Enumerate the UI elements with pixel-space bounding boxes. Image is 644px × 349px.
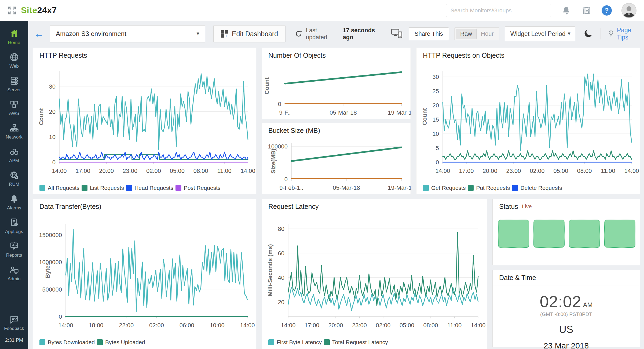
user-avatar[interactable] bbox=[621, 3, 636, 18]
sidebar-item-label: Server bbox=[7, 87, 21, 93]
monitor-group-dropdown[interactable]: Amazon S3 environment ▼ bbox=[50, 25, 205, 42]
live-badge: Live bbox=[522, 203, 532, 210]
chart-legend: First Byte LatencyTotal Request Latency bbox=[262, 336, 487, 349]
status-tile[interactable] bbox=[533, 220, 565, 248]
x-tick-label: 05:00 bbox=[553, 168, 568, 174]
network-icon bbox=[9, 123, 19, 133]
sidebar-item-server[interactable]: Server bbox=[0, 72, 28, 96]
x-tick-label: 14:00 bbox=[435, 168, 450, 174]
expand-icon[interactable] bbox=[8, 6, 17, 15]
legend-item[interactable]: Post Requests bbox=[175, 185, 221, 191]
legend-item[interactable]: Bytes Downloaded bbox=[39, 339, 95, 346]
x-tick-label: 14:00 bbox=[471, 322, 485, 329]
notifications-bell-icon[interactable] bbox=[561, 5, 572, 16]
x-tick-label: 02:00 bbox=[146, 168, 161, 174]
y-axis-title: Count bbox=[421, 108, 428, 125]
legend-swatch bbox=[39, 339, 45, 345]
y-tick-label: 500000 bbox=[42, 286, 62, 293]
app-root: Site24x7 ? Home Web Server bbox=[0, 0, 644, 349]
x-tick-label: 05:00 bbox=[170, 168, 185, 174]
sidebar-item-feedback[interactable]: Feedback bbox=[0, 311, 28, 335]
legend-label: Delete Requests bbox=[520, 185, 562, 191]
x-tick-label: 11:00 bbox=[217, 168, 231, 174]
chart-canvas: 010203014:0017:0020:0023:0002:0005:0008:… bbox=[33, 63, 256, 181]
legend-swatch bbox=[175, 185, 181, 191]
header-actions: ? bbox=[446, 3, 636, 18]
sidebar-item-web[interactable]: Web bbox=[0, 49, 28, 72]
y-axis-title: Bytes bbox=[44, 262, 51, 278]
page-tips-label: Page Tips bbox=[617, 27, 644, 41]
legend-item[interactable]: Bytes Uploaded bbox=[97, 339, 145, 346]
sidebar-clock: 2:31 PM bbox=[5, 337, 23, 343]
back-arrow-icon[interactable]: ← bbox=[34, 29, 44, 39]
legend-swatch bbox=[512, 185, 518, 191]
legend-item[interactable]: Head Requests bbox=[126, 185, 173, 191]
widget-title: Status bbox=[499, 203, 518, 210]
clock-region: US bbox=[559, 324, 573, 335]
tasks-icon[interactable] bbox=[581, 5, 592, 16]
sidebar-item-network[interactable]: Network bbox=[0, 120, 28, 143]
status-tile[interactable] bbox=[569, 220, 600, 248]
legend-item[interactable]: List Requests bbox=[82, 185, 124, 191]
x-tick-label: 19-Mar-18 bbox=[388, 184, 411, 191]
x-tick-label: 19-Mar-18 bbox=[388, 109, 411, 116]
y-tick-label: 5 bbox=[436, 145, 439, 151]
dark-mode-moon-icon[interactable] bbox=[583, 28, 594, 39]
sidebar-item-aws[interactable]: AWS bbox=[0, 96, 28, 120]
y-tick-label: 10 bbox=[49, 134, 56, 140]
series-put-requests bbox=[443, 151, 632, 159]
y-tick-label: 30 bbox=[433, 74, 439, 80]
share-this-button[interactable]: Share This bbox=[409, 27, 449, 40]
devices-icon[interactable] bbox=[391, 28, 403, 39]
y-tick-label: 20 bbox=[278, 299, 284, 306]
sidebar-item-reports[interactable]: Reports bbox=[0, 238, 28, 261]
help-icon[interactable]: ? bbox=[602, 5, 612, 16]
legend-item[interactable]: First Byte Latency bbox=[268, 339, 322, 346]
legend-item[interactable]: Put Requests bbox=[468, 185, 510, 191]
sidebar-item-admin[interactable]: Admin bbox=[0, 261, 28, 285]
granularity-raw[interactable]: Raw bbox=[456, 29, 477, 39]
http-requests-chart: 010203014:0017:0020:0023:0002:0005:0008:… bbox=[33, 63, 256, 181]
aws-cubes-icon bbox=[9, 100, 19, 109]
legend-item[interactable]: Delete Requests bbox=[512, 185, 562, 191]
monitor-group-value: Amazon S3 environment bbox=[56, 30, 126, 38]
y-tick-label: 0 bbox=[52, 159, 56, 166]
legend-item[interactable]: Total Request Latency bbox=[324, 339, 388, 346]
web-globe-icon bbox=[9, 52, 19, 62]
sidebar-item-apm[interactable]: APM bbox=[0, 143, 28, 167]
y-tick-label: 0 bbox=[284, 176, 288, 183]
widget-title: Data Transfer(Bytes) bbox=[39, 203, 101, 210]
chevron-down-icon: ▼ bbox=[196, 31, 200, 37]
widget-level-period-dropdown[interactable]: Widget Level Period ▼ bbox=[505, 26, 576, 41]
edit-dashboard-button[interactable]: + Edit Dashboard bbox=[213, 25, 286, 42]
x-tick-label: 17:00 bbox=[305, 322, 319, 329]
logo-site: Site bbox=[21, 5, 37, 15]
sidebar-item-label: Feedback bbox=[4, 326, 24, 331]
site24x7-logo[interactable]: Site24x7 bbox=[21, 5, 57, 15]
granularity-hour[interactable]: Hour bbox=[477, 29, 498, 39]
series-object-count bbox=[285, 72, 401, 84]
x-tick-label: 08:00 bbox=[577, 168, 592, 174]
widget-title: Date & Time bbox=[499, 274, 536, 282]
legend-item[interactable]: All Requests bbox=[39, 185, 79, 191]
search-input[interactable] bbox=[446, 4, 551, 17]
sidebar-item-alarms[interactable]: Alarms bbox=[0, 191, 28, 214]
legend-label: Bytes Downloaded bbox=[48, 339, 95, 346]
sidebar-item-home[interactable]: Home bbox=[0, 25, 28, 49]
sidebar-item-label: Alarms bbox=[7, 205, 21, 211]
clock-timezone: (GMT -8:00) PST8PDT bbox=[540, 311, 592, 317]
x-tick-label: 18:00 bbox=[89, 322, 103, 329]
legend-item[interactable]: Get Requests bbox=[423, 185, 466, 191]
chart-canvas: 01000009-Feb-1..05-Mar-1819-Mar-18Size(M… bbox=[262, 138, 411, 194]
widget-bucket-size: Bucket Size (MB) 01000009-Feb-1..05-Mar-… bbox=[262, 123, 411, 194]
y-tick-label: 25 bbox=[433, 88, 439, 94]
sidebar-item-applogs[interactable]: AppLogs bbox=[0, 214, 28, 238]
sidebar-item-rum[interactable]: RUM bbox=[0, 167, 28, 191]
page-tips-link[interactable]: Page Tips bbox=[607, 27, 644, 41]
status-tile[interactable] bbox=[498, 220, 529, 248]
request-latency-chart: 2040608014:0017:0020:0023:0002:0005:0008… bbox=[262, 214, 487, 336]
status-tile[interactable] bbox=[604, 220, 635, 248]
widget-level-period-value: Widget Level Period bbox=[510, 30, 566, 38]
sidebar-item-label: Admin bbox=[8, 276, 20, 282]
refresh-icon[interactable] bbox=[295, 30, 303, 38]
